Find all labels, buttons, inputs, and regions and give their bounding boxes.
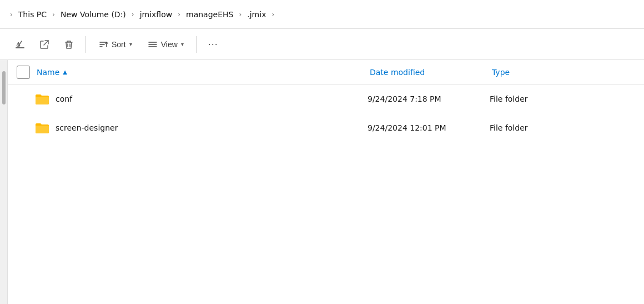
file-date-screen-designer: 9/24/2024 12:01 PM: [368, 123, 490, 132]
more-options-button[interactable]: ···: [202, 33, 224, 56]
folder-icon-screen-designer: [34, 121, 50, 134]
column-type-header[interactable]: Type: [490, 64, 635, 80]
breadcrumb-chevron-3: ›: [178, 11, 180, 18]
column-date-header[interactable]: Date modified: [368, 64, 490, 80]
breadcrumb-chevron-1: ›: [52, 11, 55, 18]
view-chevron-icon: ▾: [181, 41, 184, 47]
breadcrumb-item-new-volume[interactable]: New Volume (D:): [58, 9, 128, 20]
sort-icon: [98, 39, 108, 49]
breadcrumb-start-chevron: ›: [10, 11, 13, 18]
delete-button[interactable]: [58, 33, 80, 56]
svg-rect-0: [16, 47, 24, 48]
select-all-checkbox[interactable]: [17, 66, 30, 79]
delete-icon: [63, 39, 74, 50]
file-row-screen-designer[interactable]: screen-designer 9/24/2024 12:01 PM File …: [8, 113, 644, 142]
toolbar: A Sort ▾: [0, 29, 644, 60]
share-button[interactable]: [33, 33, 56, 56]
file-type-screen-designer: File folder: [490, 123, 635, 132]
breadcrumb-chevron-2: ›: [132, 11, 134, 18]
file-list: Name ▲ Date modified Type conf 9: [8, 60, 644, 304]
toolbar-divider-2: [196, 36, 197, 53]
breadcrumb-chevron-5: ›: [271, 11, 274, 18]
column-name-header[interactable]: Name ▲: [34, 64, 368, 80]
column-headers: Name ▲ Date modified Type: [8, 60, 644, 84]
view-button[interactable]: View ▾: [141, 33, 190, 56]
name-sort-arrow-icon: ▲: [63, 69, 67, 75]
folder-icon-conf: [34, 92, 50, 106]
share-icon: [39, 39, 50, 50]
file-name-conf: conf: [34, 92, 368, 106]
svg-text:A: A: [16, 41, 21, 47]
view-icon: [148, 39, 158, 49]
scrollbar-thumb: [2, 71, 6, 104]
breadcrumb-bar: › This PC › New Volume (D:) › jmixflow ›…: [0, 0, 644, 29]
file-row-conf[interactable]: conf 9/24/2024 7:18 PM File folder: [8, 84, 644, 113]
toolbar-divider-1: [85, 36, 86, 53]
rename-button[interactable]: A: [9, 33, 31, 56]
breadcrumb-item-manageehs[interactable]: manageEHS: [184, 9, 235, 20]
breadcrumb-item-this-pc[interactable]: This PC: [16, 9, 49, 20]
scrollbar[interactable]: [0, 60, 8, 304]
file-date-conf: 9/24/2024 7:18 PM: [368, 94, 490, 103]
sort-chevron-icon: ▾: [129, 41, 132, 47]
file-name-screen-designer: screen-designer: [34, 121, 368, 134]
rename-icon: A: [14, 39, 26, 50]
file-area: Name ▲ Date modified Type conf 9: [0, 60, 644, 304]
breadcrumb-item-jmixflow[interactable]: jmixflow: [138, 9, 175, 20]
sort-button[interactable]: Sort ▾: [92, 33, 139, 56]
file-type-conf: File folder: [490, 94, 635, 103]
breadcrumb-chevron-4: ›: [239, 11, 242, 18]
breadcrumb-item-jmix[interactable]: .jmix: [245, 9, 268, 20]
